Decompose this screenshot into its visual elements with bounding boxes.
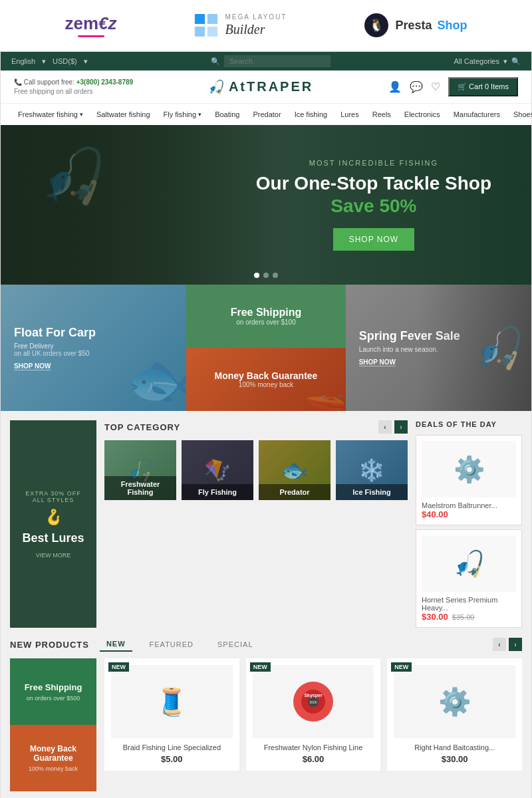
- shipping-title: Free Shipping: [231, 307, 302, 319]
- shipping-sub: on orders over $100: [231, 319, 302, 326]
- deal-1-icon: ⚙️: [454, 455, 485, 484]
- new-products-title: NEW PRODUCTS: [10, 640, 89, 650]
- category-icefishing[interactable]: ❄️ Ice Fishing: [336, 440, 408, 500]
- promo-middle: Free Shipping on orders over $100 🚤 Mone…: [186, 285, 345, 411]
- deal-2-price: $30.00: [422, 612, 448, 622]
- best-lures-cta[interactable]: VIEW MORE: [36, 552, 71, 559]
- shipping-label: Free shipping on all orders: [14, 87, 133, 96]
- hero-cta-button[interactable]: SHOP NOW: [333, 228, 414, 251]
- categories-prev[interactable]: ‹: [378, 420, 392, 434]
- search-area: 🔍: [211, 55, 331, 67]
- logos-bar: zem€z MEGA LAYOUT Builder 🐧 PrestaShop: [0, 0, 532, 51]
- tab-special[interactable]: SPECIAL: [211, 638, 259, 651]
- deal-1-price: $40.00: [422, 509, 516, 519]
- new-products-section: NEW PRODUCTS NEW FEATURED SPECIAL ‹ › Fr…: [1, 628, 531, 798]
- cart-items: 0 Items: [485, 82, 509, 90]
- categories-title: TOP CATEGORY: [104, 422, 180, 432]
- flyfishing-icon: 🪁: [204, 458, 231, 483]
- hero-subtitle: MOST INCREDIBLE FISHING: [256, 159, 491, 167]
- currency-dropdown[interactable]: ▾: [84, 57, 88, 66]
- deal-1-image: ⚙️: [422, 441, 516, 497]
- category-predator[interactable]: 🐟 Predator: [259, 440, 331, 500]
- builder-label: Builder: [225, 21, 287, 37]
- category-freshwater[interactable]: 🎣 Freshwater Fishing: [104, 440, 176, 500]
- money-back-title: Money Back Guarantee: [215, 370, 318, 381]
- left-promo-shipping: Free Shipping on orders over $500: [10, 658, 96, 725]
- category-flyfishing[interactable]: 🪁 Fly Fishing: [182, 440, 253, 500]
- new-products-next[interactable]: ›: [509, 638, 522, 651]
- mega-layout-logo: MEGA LAYOUT Builder: [194, 13, 287, 38]
- currency-selector[interactable]: USD($): [53, 57, 77, 65]
- nav-saltwater[interactable]: Saltwater fishing: [90, 104, 157, 125]
- lp-moneyback-sub: 100% money back: [29, 765, 78, 772]
- products-grid-wrapper: NEW 🧵 Braid Fishing Line Specialized $5.…: [104, 658, 522, 791]
- prestashop-icon: 🐧: [363, 12, 390, 39]
- top-bar-right: All Categories ▾ 🔍: [454, 57, 521, 66]
- best-lures-title: Best Lures: [22, 531, 84, 545]
- phone-number[interactable]: +3(800) 2343-8789: [76, 78, 133, 86]
- deal-card-2: 🎣 Hornet Series Premium Heavy... $30.00 …: [416, 529, 522, 628]
- nav-flyfishing[interactable]: Fly fishing: [157, 104, 209, 125]
- all-categories-label[interactable]: All Categories: [454, 57, 499, 65]
- nav-lures[interactable]: Lures: [334, 104, 366, 125]
- product-card-2: NEW Skysper 5000 Freshwater Nylon Fishin…: [246, 658, 381, 771]
- zemes-e2: €: [98, 13, 108, 33]
- search-icon-right[interactable]: 🔍: [511, 57, 521, 66]
- categories-deals-row: EXTRA 30% OFF ALL STYLES 🪝 Best Lures VI…: [1, 411, 531, 628]
- svg-text:5000: 5000: [309, 700, 317, 704]
- hero-title-line2: Save 50%: [256, 195, 491, 217]
- svg-rect-1: [207, 14, 217, 24]
- cart-button[interactable]: 🛒 Cart 0 Items: [448, 77, 518, 96]
- store-logo: 🎣 AtTRAPER: [208, 79, 313, 95]
- nav-reels[interactable]: Reels: [366, 104, 398, 125]
- categories-header: TOP CATEGORY ‹ ›: [104, 420, 408, 434]
- zemes-em: em: [73, 13, 98, 33]
- mega-label: MEGA LAYOUT: [225, 13, 287, 21]
- svg-rect-0: [194, 14, 204, 24]
- nav-predator[interactable]: Predator: [246, 104, 287, 125]
- logo-fish-icon: 🎣: [208, 79, 225, 95]
- language-selector[interactable]: English: [11, 57, 35, 65]
- hero-dot-2[interactable]: [263, 273, 269, 278]
- product-3-price: $30.00: [394, 754, 515, 764]
- top-bar-divider: ▾: [42, 57, 46, 66]
- deals-panel: DEALS OF THE DAY ⚙️ Maelstrom Baltrunner…: [416, 420, 522, 628]
- product-2-image: Skysper 5000: [253, 665, 374, 738]
- store-header: 📞 Call support free: +3(800) 2343-8789 F…: [1, 70, 531, 103]
- hero-dot-3[interactable]: [273, 273, 278, 278]
- tab-featured[interactable]: FEATURED: [143, 638, 200, 651]
- spring-link[interactable]: SHOP NOW: [359, 358, 396, 366]
- left-promo-moneyback: Money Back Guarantee 100% money back: [10, 725, 96, 791]
- shop-text: Shop: [438, 19, 467, 33]
- chat-icon[interactable]: 💬: [410, 80, 423, 93]
- nav-boating[interactable]: Boating: [208, 104, 246, 125]
- hero-dot-1[interactable]: [254, 273, 259, 278]
- search-input[interactable]: [224, 55, 331, 67]
- float-carp-link[interactable]: SHOP NOW: [14, 362, 51, 370]
- new-products-prev[interactable]: ‹: [493, 638, 506, 651]
- nav-manufacturers[interactable]: Manufacturers: [447, 104, 507, 125]
- nav-shoes[interactable]: Shoes & Boots: [507, 104, 532, 125]
- product-1-name: Braid Fishing Line Specialized: [111, 743, 233, 751]
- deal-1-name: Maelstrom Baltrunner...: [422, 501, 516, 509]
- best-lures-all: ALL STYLES: [33, 497, 74, 503]
- nav-freshwater[interactable]: Freshwater fishing: [11, 104, 90, 125]
- header-actions: 👤 💬 ♡ 🛒 Cart 0 Items: [388, 77, 518, 96]
- presta-text: Presta: [395, 19, 432, 33]
- deal-2-icon: 🎣: [454, 549, 485, 579]
- nav-icefishing[interactable]: Ice fishing: [288, 104, 334, 125]
- flyfishing-label: Fly Fishing: [182, 484, 253, 500]
- categories-next[interactable]: ›: [394, 420, 408, 434]
- account-icon[interactable]: 👤: [388, 80, 402, 93]
- hero-dots: [254, 273, 278, 278]
- fishing-line-spool: Skysper 5000: [290, 678, 336, 725]
- product-card-1: NEW 🧵 Braid Fishing Line Specialized $5.…: [104, 658, 239, 771]
- hero-title: Our One-Stop Tackle Shop Save 50%: [256, 172, 491, 217]
- nav-electronics[interactable]: Electronics: [398, 104, 447, 125]
- promo-float-carp: 🐟 Float For Carp Free Delivery on all UK…: [1, 285, 186, 411]
- tab-new[interactable]: NEW: [100, 637, 132, 652]
- categories-dropdown-icon[interactable]: ▾: [503, 57, 507, 66]
- wishlist-icon[interactable]: ♡: [431, 80, 440, 93]
- deal-2-old-price: $35.00: [452, 613, 475, 621]
- zemes-z1: z: [65, 13, 73, 33]
